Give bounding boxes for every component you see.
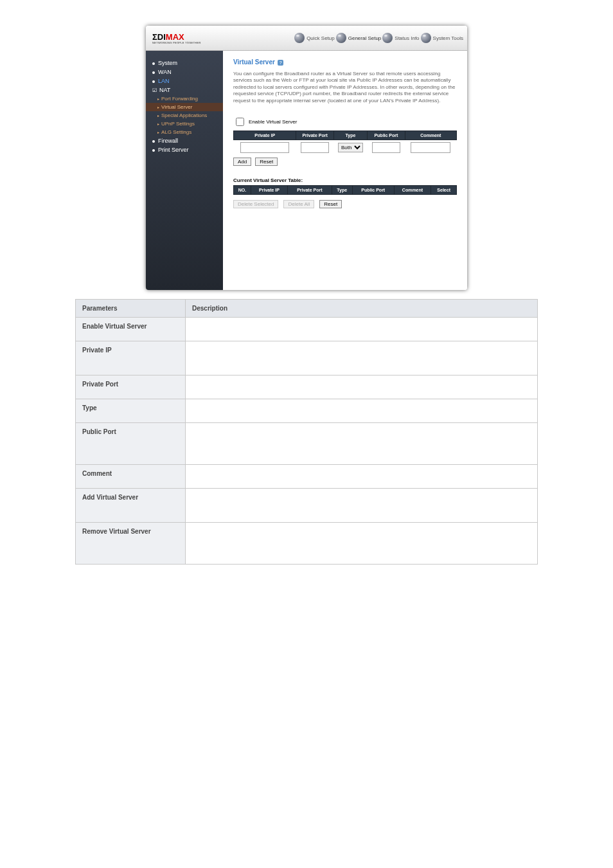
params-row: Type [76, 399, 538, 423]
col-private-port: Private Port [296, 131, 333, 140]
enable-virtual-server-label: Enable Virtual Server [249, 119, 297, 125]
sidebar-item-print-server[interactable]: Print Server [146, 145, 223, 154]
params-header-desc: Description [186, 300, 538, 318]
param-name: Remove Virtual Server [76, 523, 186, 565]
private-ip-input[interactable] [240, 142, 289, 153]
main-nav: Quick Setup General Setup Status Info Sy… [294, 33, 467, 43]
cur-col-select: Select [431, 185, 457, 194]
nav-status-info[interactable]: Status Info [382, 33, 419, 43]
col-private-ip: Private IP [234, 131, 296, 140]
sidebar-item-nat[interactable]: NAT [146, 86, 223, 95]
params-row: Add Virtual Server [76, 489, 538, 523]
delete-selected-button[interactable]: Delete Selected [233, 200, 278, 208]
sidebar-item-virtual-server[interactable]: Virtual Server [146, 103, 223, 111]
globe-icon [421, 33, 431, 43]
param-desc [186, 465, 538, 489]
cur-col-private-port: Private Port [288, 185, 332, 194]
sidebar-item-lan[interactable]: LAN [146, 77, 223, 86]
param-desc [186, 399, 538, 423]
router-app: ΣDIMAX NETWORKING PEOPLE TOGETHER Quick … [146, 26, 467, 290]
globe-icon [294, 33, 305, 43]
cur-col-no: NO. [234, 185, 251, 194]
cur-col-public-port: Public Port [352, 185, 394, 194]
nav-general-setup[interactable]: General Setup [336, 33, 382, 43]
delete-all-button[interactable]: Delete All [283, 200, 314, 208]
globe-icon [382, 33, 393, 43]
param-desc [186, 523, 538, 565]
cur-col-type: Type [332, 185, 352, 194]
public-port-input[interactable] [372, 142, 400, 153]
virtual-server-input-table: Private IP Private Port Type Public Port… [233, 131, 457, 155]
param-desc [186, 375, 538, 399]
cur-col-comment: Comment [394, 185, 431, 194]
parameters-table: Parameters Description Enable Virtual Se… [75, 299, 538, 565]
current-virtual-server-table: NO. Private IP Private Port Type Public … [233, 185, 457, 195]
param-name: Private IP [76, 341, 186, 375]
current-table-title: Current Virtual Server Table: [233, 177, 457, 183]
help-icon[interactable]: ? [278, 60, 283, 66]
sidebar-item-wan[interactable]: WAN [146, 68, 223, 77]
brand-logo: ΣDIMAX NETWORKING PEOPLE TOGETHER [146, 30, 208, 46]
comment-input[interactable] [411, 142, 450, 153]
params-row: Enable Virtual Server [76, 318, 538, 341]
sidebar-item-system[interactable]: System [146, 59, 223, 68]
sidebar-item-upnp-settings[interactable]: UPnP Settings [146, 120, 223, 128]
sidebar-item-special-applications[interactable]: Special Applications [146, 111, 223, 120]
enable-virtual-server-row: Enable Virtual Server [233, 116, 457, 128]
sidebar: System WAN LAN NAT Port Forwarding Virtu… [146, 51, 223, 290]
col-comment: Comment [405, 131, 456, 140]
add-button[interactable]: Add [233, 158, 251, 166]
sidebar-item-alg-settings[interactable]: ALG Settings [146, 128, 223, 136]
param-desc [186, 423, 538, 465]
page-description: You can configure the Broadband router a… [233, 71, 457, 104]
private-port-input[interactable] [301, 142, 329, 153]
params-row: Private IP [76, 341, 538, 375]
params-row: Comment [76, 465, 538, 489]
sidebar-item-firewall[interactable]: Firewall [146, 136, 223, 145]
param-name: Public Port [76, 423, 186, 465]
param-name: Private Port [76, 375, 186, 399]
app-header: ΣDIMAX NETWORKING PEOPLE TOGETHER Quick … [146, 26, 467, 51]
params-header-param: Parameters [76, 300, 186, 318]
reset-button[interactable]: Reset [255, 158, 278, 166]
nav-system-tools[interactable]: System Tools [421, 33, 463, 43]
main-content: Virtual Server ? You can configure the B… [223, 51, 467, 290]
sidebar-item-port-forwarding[interactable]: Port Forwarding [146, 95, 223, 103]
param-desc [186, 489, 538, 523]
params-row: Private Port [76, 375, 538, 399]
params-row: Remove Virtual Server [76, 523, 538, 565]
param-name: Enable Virtual Server [76, 318, 186, 341]
param-name: Comment [76, 465, 186, 489]
nav-quick-setup[interactable]: Quick Setup [294, 33, 335, 43]
reset-bottom-button[interactable]: Reset [319, 200, 342, 208]
param-desc [186, 341, 538, 375]
type-select[interactable]: Both TCP UDP [338, 143, 363, 152]
param-desc [186, 318, 538, 341]
page-title: Virtual Server [233, 59, 275, 66]
enable-virtual-server-checkbox[interactable] [236, 118, 244, 126]
cur-col-private-ip: Private IP [251, 185, 287, 194]
col-public-port: Public Port [368, 131, 405, 140]
param-name: Type [76, 399, 186, 423]
input-row: Both TCP UDP [234, 140, 457, 155]
param-name: Add Virtual Server [76, 489, 186, 523]
params-row: Public Port [76, 423, 538, 465]
globe-icon [336, 33, 346, 43]
col-type: Type [333, 131, 367, 140]
